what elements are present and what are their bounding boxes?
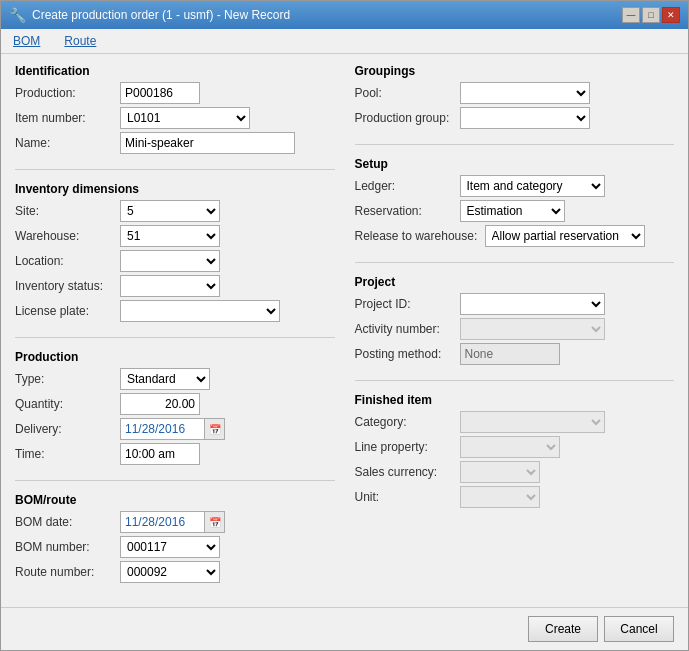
location-label: Location:: [15, 254, 120, 268]
license-plate-row: License plate:: [15, 300, 335, 322]
item-number-label: Item number:: [15, 111, 120, 125]
type-row: Type: Standard: [15, 368, 335, 390]
category-row: Category:: [355, 411, 675, 433]
project-id-select[interactable]: [460, 293, 605, 315]
unit-label: Unit:: [355, 490, 460, 504]
activity-number-row: Activity number:: [355, 318, 675, 340]
pool-select[interactable]: [460, 82, 590, 104]
quantity-row: Quantity:: [15, 393, 335, 415]
bom-date-input[interactable]: [120, 511, 205, 533]
finished-item-title: Finished item: [355, 393, 675, 407]
reservation-label: Reservation:: [355, 204, 460, 218]
location-row: Location:: [15, 250, 335, 272]
bom-date-calendar-button[interactable]: 📅: [205, 511, 225, 533]
setup-title: Setup: [355, 157, 675, 171]
activity-number-label: Activity number:: [355, 322, 460, 336]
name-label: Name:: [15, 136, 120, 150]
reservation-select[interactable]: Estimation: [460, 200, 565, 222]
site-select[interactable]: 5: [120, 200, 220, 222]
reservation-row: Reservation: Estimation: [355, 200, 675, 222]
bom-route-title: BOM/route: [15, 493, 335, 507]
bom-route-section: BOM/route BOM date: 📅 BOM number: 000117…: [15, 493, 335, 586]
delivery-input[interactable]: [120, 418, 205, 440]
bom-number-row: BOM number: 000117: [15, 536, 335, 558]
warehouse-select[interactable]: 51: [120, 225, 220, 247]
production-input[interactable]: [120, 82, 200, 104]
ledger-row: Ledger: Item and category: [355, 175, 675, 197]
category-select[interactable]: [460, 411, 605, 433]
production-group-label: Production group:: [355, 111, 460, 125]
posting-method-label: Posting method:: [355, 347, 460, 361]
name-row: Name:: [15, 132, 335, 154]
time-row: Time:: [15, 443, 335, 465]
location-select[interactable]: [120, 250, 220, 272]
create-button[interactable]: Create: [528, 616, 598, 642]
project-id-label: Project ID:: [355, 297, 460, 311]
posting-method-row: Posting method: None: [355, 343, 675, 365]
bom-date-row: BOM date: 📅: [15, 511, 335, 533]
setup-section: Setup Ledger: Item and category Reservat…: [355, 157, 675, 250]
route-number-row: Route number: 000092: [15, 561, 335, 583]
inventory-section: Inventory dimensions Site: 5 Warehouse: …: [15, 182, 335, 325]
minimize-button[interactable]: —: [622, 7, 640, 23]
release-row: Release to warehouse: Allow partial rese…: [355, 225, 675, 247]
finished-item-section: Finished item Category: Line property: S…: [355, 393, 675, 511]
left-column: Identification Production: Item number: …: [15, 64, 335, 597]
production-group-select[interactable]: [460, 107, 590, 129]
ledger-label: Ledger:: [355, 179, 460, 193]
production-group-row: Production group:: [355, 107, 675, 129]
license-plate-label: License plate:: [15, 304, 120, 318]
sales-currency-select[interactable]: [460, 461, 540, 483]
ledger-select[interactable]: Item and category: [460, 175, 605, 197]
groupings-title: Groupings: [355, 64, 675, 78]
type-select[interactable]: Standard: [120, 368, 210, 390]
delivery-calendar-button[interactable]: 📅: [205, 418, 225, 440]
bom-number-label: BOM number:: [15, 540, 120, 554]
window-controls: — □ ✕: [622, 7, 680, 23]
maximize-button[interactable]: □: [642, 7, 660, 23]
release-select[interactable]: Allow partial reservation: [485, 225, 645, 247]
identification-section: Identification Production: Item number: …: [15, 64, 335, 157]
pool-label: Pool:: [355, 86, 460, 100]
menu-bom[interactable]: BOM: [9, 32, 44, 50]
delivery-row: Delivery: 📅: [15, 418, 335, 440]
route-number-select[interactable]: 000092: [120, 561, 220, 583]
quantity-label: Quantity:: [15, 397, 120, 411]
project-id-row: Project ID:: [355, 293, 675, 315]
bom-number-select[interactable]: 000117: [120, 536, 220, 558]
item-number-row: Item number: L0101: [15, 107, 335, 129]
production-label: Production:: [15, 86, 120, 100]
license-plate-select[interactable]: [120, 300, 280, 322]
release-label: Release to warehouse:: [355, 229, 485, 243]
posting-method-value: None: [460, 343, 560, 365]
bom-date-label: BOM date:: [15, 515, 120, 529]
unit-select[interactable]: [460, 486, 540, 508]
title-bar: 🔧 Create production order (1 - usmf) - N…: [1, 1, 688, 29]
warehouse-row: Warehouse: 51: [15, 225, 335, 247]
bom-date-input-group: 📅: [120, 511, 225, 533]
menu-route[interactable]: Route: [60, 32, 100, 50]
activity-number-select[interactable]: [460, 318, 605, 340]
inventory-status-row: Inventory status:: [15, 275, 335, 297]
time-input[interactable]: [120, 443, 200, 465]
name-input[interactable]: [120, 132, 295, 154]
right-column: Groupings Pool: Production group: Se: [355, 64, 675, 597]
line-property-row: Line property:: [355, 436, 675, 458]
main-window: 🔧 Create production order (1 - usmf) - N…: [0, 0, 689, 651]
item-number-select[interactable]: L0101: [120, 107, 250, 129]
footer: Create Cancel: [1, 607, 688, 650]
site-row: Site: 5: [15, 200, 335, 222]
form-content: Identification Production: Item number: …: [1, 54, 688, 607]
line-property-label: Line property:: [355, 440, 460, 454]
identification-title: Identification: [15, 64, 335, 78]
inventory-status-select[interactable]: [120, 275, 220, 297]
project-title: Project: [355, 275, 675, 289]
category-label: Category:: [355, 415, 460, 429]
line-property-select[interactable]: [460, 436, 560, 458]
quantity-input[interactable]: [120, 393, 200, 415]
production-section: Production Type: Standard Quantity: Deli…: [15, 350, 335, 468]
warehouse-label: Warehouse:: [15, 229, 120, 243]
sales-currency-row: Sales currency:: [355, 461, 675, 483]
cancel-button[interactable]: Cancel: [604, 616, 674, 642]
close-button[interactable]: ✕: [662, 7, 680, 23]
